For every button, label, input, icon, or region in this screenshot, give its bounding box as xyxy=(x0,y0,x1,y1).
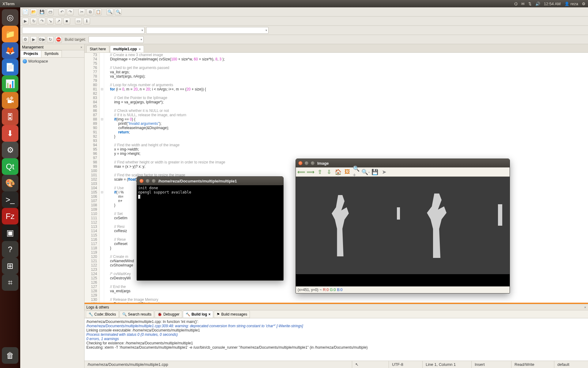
save-all-button[interactable]: 🗃 xyxy=(47,9,54,15)
debug-stop-button[interactable]: ■ xyxy=(63,18,70,25)
tab-projects[interactable]: Projects xyxy=(20,50,41,57)
clock[interactable]: 12:54 AM xyxy=(544,2,561,6)
logs-close-icon[interactable]: × xyxy=(584,305,586,309)
terminal-titlebar[interactable]: /home/reza/Documents/multiple/multiple1 xyxy=(137,177,283,185)
terminal-window[interactable]: /home/reza/Documents/multiple/multiple1 … xyxy=(137,176,284,281)
image-close-button[interactable] xyxy=(298,161,303,165)
user-menu[interactable]: 👤 reza xyxy=(564,2,578,6)
nav-forward-icon[interactable]: ⟹ xyxy=(307,168,314,176)
workspace-node[interactable]: Workspace xyxy=(23,59,82,63)
workspace-label: Workspace xyxy=(28,59,48,63)
launcher-dash[interactable]: ◎ xyxy=(2,9,18,26)
status-position: Line 1, Column 1 xyxy=(423,361,472,368)
status-path: /home/reza/Documents/multiple/multiple1.… xyxy=(85,361,352,368)
log-tab-close-icon[interactable]: × xyxy=(208,312,210,316)
copy-button[interactable]: ⧉ xyxy=(87,9,93,15)
search-combo[interactable]: ▾ xyxy=(22,27,145,34)
launcher-help[interactable]: ? xyxy=(2,241,18,258)
zoom-in-icon[interactable]: 🔍+ xyxy=(353,168,360,176)
find-button[interactable]: 🔍 xyxy=(107,9,113,15)
undo-button[interactable]: ↶ xyxy=(58,9,65,15)
network-icon[interactable]: ⇅ xyxy=(528,2,532,6)
build-target-combo[interactable]: ▾ xyxy=(89,36,144,43)
nav-back-icon[interactable]: ⟸ xyxy=(298,168,305,176)
tab-start-here[interactable]: Start here xyxy=(86,45,109,52)
unity-launcher: ◎📁🦊📄📊📽🎛⬇⚙Qt🎨>_Fz▣?⊞⌗ 🗑 xyxy=(0,7,20,368)
image-max-button[interactable] xyxy=(311,161,315,165)
log-tab-buildmsg[interactable]: ⚑ Build messages xyxy=(214,311,250,318)
debug-windows-button[interactable]: ▭ xyxy=(75,18,82,25)
cut-button[interactable]: ✂ xyxy=(78,9,85,15)
shutdown-icon[interactable]: ⚙ xyxy=(582,2,586,6)
pixel-b: B:0 xyxy=(337,288,342,292)
terminal-max-button[interactable] xyxy=(152,179,156,183)
launcher-settings[interactable]: ⚙ xyxy=(2,142,18,158)
nav-up-icon[interactable]: ⇧ xyxy=(316,168,323,176)
mail-icon[interactable]: ✉ xyxy=(521,2,525,6)
launcher-writer[interactable]: 📄 xyxy=(2,59,18,75)
debug-stepout-button[interactable]: ↗ xyxy=(55,18,62,25)
launcher-qt[interactable]: Qt xyxy=(2,158,18,175)
paste-button[interactable]: 📋 xyxy=(95,9,102,15)
launcher-software[interactable]: ⬇ xyxy=(2,125,18,142)
launcher-impress[interactable]: 📽 xyxy=(2,92,18,109)
launcher-xterm[interactable]: ▣ xyxy=(2,224,18,241)
debug-next-button[interactable]: ↷ xyxy=(39,18,45,25)
launcher-calc[interactable]: 📊 xyxy=(2,75,18,92)
gallery-icon[interactable]: 🖼 xyxy=(344,168,351,176)
launcher-firefox[interactable]: 🦊 xyxy=(2,42,18,59)
management-panel: Management × Projects Symbols Workspace xyxy=(20,44,85,368)
debug-continue-button[interactable]: ▶ xyxy=(22,18,29,25)
tab-close-icon[interactable]: × xyxy=(139,47,141,51)
status-encoding: UTF-8 xyxy=(389,361,423,368)
tab-symbols[interactable]: Symbols xyxy=(41,50,62,57)
redo-button[interactable]: ↷ xyxy=(67,9,74,15)
build-run-button[interactable]: ⚙▶ xyxy=(39,36,45,43)
build-button[interactable]: ⚙ xyxy=(22,36,29,43)
log-tab-buildlog[interactable]: 🔨 Build log × xyxy=(183,311,213,318)
launcher-palette[interactable]: 🎨 xyxy=(2,175,18,191)
launcher-filezilla[interactable]: Fz xyxy=(2,208,18,224)
bluetooth-icon[interactable]: ⌬ xyxy=(514,2,518,6)
debug-run-button[interactable]: ↻ xyxy=(30,18,37,25)
abort-button[interactable]: ⛔ xyxy=(55,36,62,43)
launcher-monitor[interactable]: ⌗ xyxy=(2,274,18,291)
image-canvas[interactable] xyxy=(296,177,510,286)
new-file-button[interactable]: 📄 xyxy=(22,9,29,15)
launcher-terminal[interactable]: >_ xyxy=(2,191,18,208)
launcher-files[interactable]: 📁 xyxy=(2,26,18,42)
terminal-close-button[interactable] xyxy=(139,179,144,183)
terminal-title: /home/reza/Documents/multiple/multiple1 xyxy=(158,179,237,183)
tab-multiple1[interactable]: multiple1.cpp× xyxy=(110,45,144,52)
launcher-media[interactable]: 🎛 xyxy=(2,109,18,125)
debug-stepin-button[interactable]: ↘ xyxy=(47,18,54,25)
log-tab-search[interactable]: 🔍 Search results xyxy=(119,311,154,318)
image-min-button[interactable] xyxy=(304,161,309,165)
open-file-button[interactable]: 📂 xyxy=(30,9,37,15)
management-close-icon[interactable]: × xyxy=(81,45,82,49)
launcher-trash[interactable]: 🗑 xyxy=(2,347,18,364)
log-tab-codeblocks[interactable]: 🔧 Code::Blocks xyxy=(86,311,119,318)
nav-down-icon[interactable]: ⇩ xyxy=(325,168,333,176)
log-tab-debugger[interactable]: 🐞 Debugger xyxy=(155,311,182,318)
menubar: XTerm ⌬ ✉ ⇅ 🔊 12:54 AM 👤 reza ⚙ xyxy=(0,0,588,7)
symbols-combo[interactable]: ▾ xyxy=(146,27,269,34)
toolbar-build: ⚙ ▶ ⚙▶ ↻ ⛔ Build target: ▾ xyxy=(20,35,588,44)
save-image-icon[interactable]: 💾 xyxy=(371,168,379,176)
zoom-out-icon[interactable]: 🔍- xyxy=(362,168,369,176)
run-button[interactable]: ▶ xyxy=(30,36,37,43)
send-icon[interactable]: ➤ xyxy=(380,168,388,176)
volume-icon[interactable]: 🔊 xyxy=(535,2,540,6)
image-window[interactable]: Image ⟸ ⟹ ⇧ ⇩ 🏠 🖼 🔍+ 🔍- 💾 ➤ (x=451, y=0)… xyxy=(296,159,510,293)
image-titlebar[interactable]: Image xyxy=(296,159,510,167)
terminal-body[interactable]: init done opengl support available xyxy=(137,185,283,280)
home-icon[interactable]: 🏠 xyxy=(334,168,342,176)
window-title: XTerm xyxy=(2,2,15,6)
debug-info-button[interactable]: ℹ xyxy=(83,18,90,25)
save-button[interactable]: 💾 xyxy=(39,9,45,15)
terminal-min-button[interactable] xyxy=(145,179,150,183)
rebuild-button[interactable]: ↻ xyxy=(47,36,54,43)
log-output[interactable]: /home/reza/Documents/multiple/multiple1.… xyxy=(85,318,588,361)
launcher-workspaces[interactable]: ⊞ xyxy=(2,258,18,274)
replace-button[interactable]: 🔍 xyxy=(115,9,122,15)
